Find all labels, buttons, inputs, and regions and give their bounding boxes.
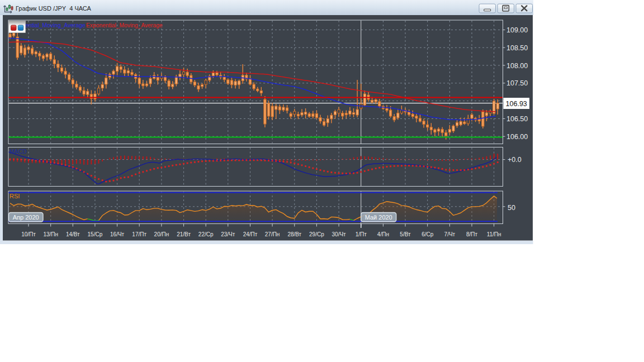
svg-text:4/Пн: 4/Пн — [377, 231, 389, 237]
svg-text:28/Вт: 28/Вт — [287, 231, 301, 237]
svg-text:106.50: 106.50 — [506, 115, 528, 123]
svg-text:23/Чт: 23/Чт — [221, 231, 235, 237]
svg-text:27/Пн: 27/Пн — [265, 231, 280, 237]
svg-text:Май 2020: Май 2020 — [365, 214, 392, 221]
svg-text:6/Ср: 6/Ср — [422, 231, 434, 237]
svg-text:13/Пн: 13/Пн — [43, 231, 58, 237]
svg-text:17/Пт: 17/Пт — [132, 231, 146, 237]
svg-text:Exponential_Moving_Average: Exponential_Moving_Average — [86, 22, 163, 28]
svg-text:29/Ср: 29/Ср — [309, 231, 324, 237]
svg-text:50: 50 — [508, 204, 515, 212]
svg-text:15/Ср: 15/Ср — [88, 231, 103, 237]
svg-text:Апр 2020: Апр 2020 — [13, 214, 39, 221]
svg-text:14/Вт: 14/Вт — [66, 231, 80, 237]
svg-text:106.93: 106.93 — [506, 100, 527, 108]
svg-text:MACD: MACD — [10, 148, 27, 155]
svg-text:21/Вт: 21/Вт — [177, 231, 191, 237]
svg-text:109.00: 109.00 — [506, 26, 528, 34]
svg-text:График USD /JPY 4 ЧАСА: График USD /JPY 4 ЧАСА — [16, 5, 92, 12]
svg-text:RSI: RSI — [10, 193, 20, 199]
svg-text:10/Пт: 10/Пт — [21, 231, 36, 237]
svg-text:20/Пн: 20/Пн — [154, 231, 169, 237]
svg-text:11/Пн: 11/Пн — [487, 231, 501, 237]
svg-text:107.50: 107.50 — [506, 79, 528, 87]
svg-text:7/Чт: 7/Чт — [444, 231, 456, 237]
svg-text:22/Ср: 22/Ср — [198, 231, 214, 237]
svg-text:+0.0: +0.0 — [508, 156, 522, 164]
svg-text:1/Пт: 1/Пт — [356, 231, 367, 237]
svg-text:16/Чт: 16/Чт — [110, 231, 125, 237]
svg-text:106.00: 106.00 — [506, 133, 528, 141]
svg-text:5/Вт: 5/Вт — [400, 231, 411, 237]
svg-text:24/Пт: 24/Пт — [243, 231, 258, 237]
svg-text:108.00: 108.00 — [506, 62, 528, 70]
svg-text:30/Чт: 30/Чт — [332, 231, 347, 237]
svg-text:8/Пт: 8/Пт — [466, 231, 478, 237]
svg-text:108.50: 108.50 — [506, 44, 528, 52]
